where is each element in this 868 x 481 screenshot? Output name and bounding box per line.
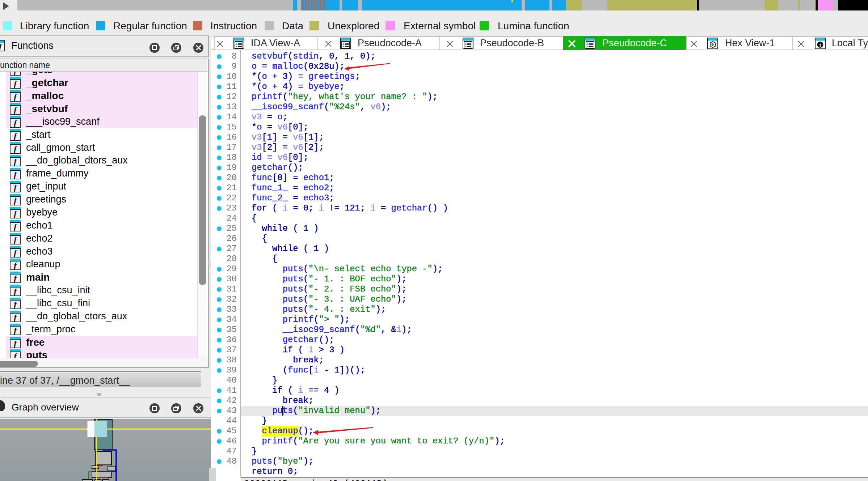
svg-text:t: t <box>819 42 821 48</box>
